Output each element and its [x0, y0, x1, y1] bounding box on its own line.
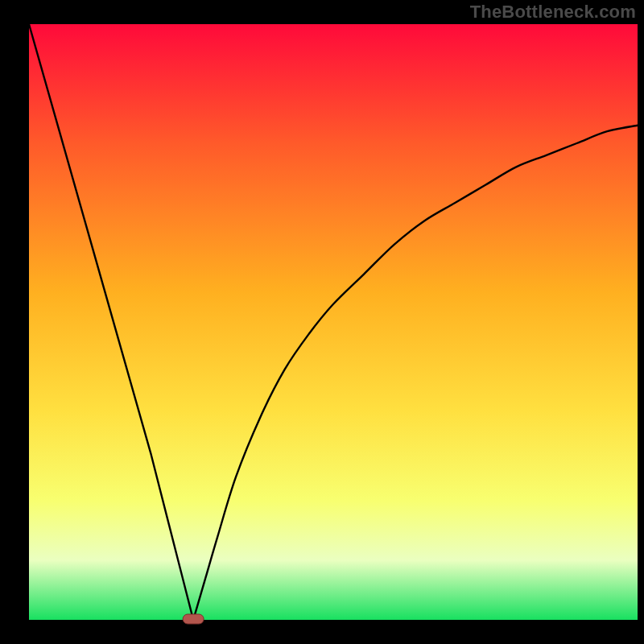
watermark-text: TheBottleneck.com — [470, 2, 636, 23]
minimum-marker — [183, 614, 204, 624]
chart-frame: { "watermark": "TheBottleneck.com", "col… — [0, 0, 644, 644]
bottleneck-chart — [0, 0, 644, 644]
plot-area — [29, 24, 638, 620]
